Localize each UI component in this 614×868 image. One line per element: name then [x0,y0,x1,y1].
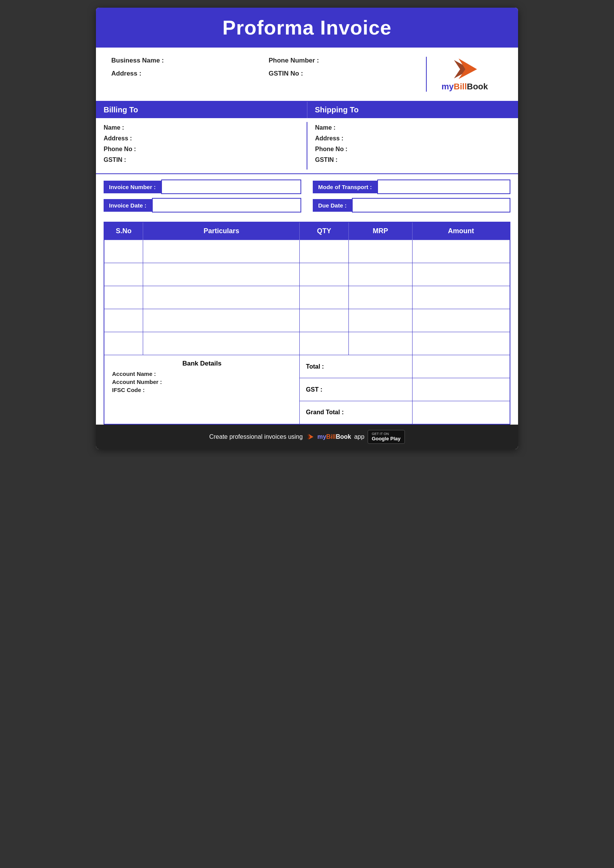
shipping-to-header: Shipping To [307,102,518,118]
invoice-number-label: Invoice Number : [104,181,161,193]
grand-total-value[interactable] [412,401,510,424]
row4-particulars[interactable] [143,309,300,332]
business-section: Business Name : Address : Phone Number :… [96,48,518,102]
row1-particulars[interactable] [143,240,300,263]
total-value[interactable] [412,355,510,378]
billing-address-label: Address : [104,135,299,142]
row3-sno[interactable] [104,286,143,309]
row1-qty[interactable] [300,240,348,263]
footer-row: Bank Details Account Name : Account Numb… [104,355,510,378]
footer-text: Create professional invoices using [209,433,303,440]
row3-mrp[interactable] [348,286,412,309]
row3-amount[interactable] [412,286,510,309]
brand-bill: Bill [454,82,467,91]
footer-brand: myBillBook [317,433,351,440]
page-title: Proforma Invoice [100,16,514,39]
footer-brand-my: my [317,433,326,440]
row4-sno[interactable] [104,309,143,332]
invoice-number-field: Invoice Number : [104,180,301,194]
meta-row-2: Invoice Date : Due Date : [104,198,510,212]
business-gstin-label: GSTIN No : [269,70,426,77]
row5-amount[interactable] [412,332,510,355]
play-store-name: Google Play [372,436,401,442]
business-phone-label: Phone Number : [269,57,426,64]
row1-amount[interactable] [412,240,510,263]
bank-ifsc-label: IFSC Code : [112,387,292,393]
table-row [104,309,510,332]
bank-account-name-label: Account Name : [112,371,292,377]
google-play-badge[interactable]: GET IT ON Google Play [368,430,405,444]
gst-value[interactable] [412,378,510,401]
row4-amount[interactable] [412,309,510,332]
row1-sno[interactable] [104,240,143,263]
due-date-input[interactable] [352,198,510,212]
grand-total-label: Grand Total : [306,409,343,415]
shipping-col: Name : Address : Phone No : GSTIN : [307,122,518,170]
billing-shipping-body: Name : Address : Phone No : GSTIN : Name… [96,118,518,174]
row1-mrp[interactable] [348,240,412,263]
row3-qty[interactable] [300,286,348,309]
table-wrapper: S.No Particulars QTY MRP Amount [96,222,518,425]
billing-shipping-header: Billing To Shipping To [96,102,518,118]
items-table: S.No Particulars QTY MRP Amount [104,222,510,425]
billing-col: Name : Address : Phone No : GSTIN : [96,122,307,170]
shipping-phone-label: Phone No : [315,146,510,153]
invoice-page: Proforma Invoice Business Name : Address… [96,8,518,449]
footer-brand-bill: Bill [326,433,336,440]
mode-of-transport-field: Mode of Transport : [313,180,510,194]
header-banner: Proforma Invoice [96,8,518,48]
table-row [104,240,510,263]
business-address-label: Address : [111,70,269,77]
gst-label: GST : [306,386,322,393]
row2-mrp[interactable] [348,263,412,286]
page-footer: Create professional invoices using myBil… [96,425,518,449]
billing-phone-label: Phone No : [104,146,299,153]
brand-my: my [441,82,454,91]
row3-particulars[interactable] [143,286,300,309]
due-date-field: Due Date : [313,198,510,212]
invoice-number-input[interactable] [161,180,301,194]
mode-of-transport-input[interactable] [377,180,510,194]
col-particulars: Particulars [143,222,300,240]
row5-qty[interactable] [300,332,348,355]
due-date-label: Due Date : [313,199,352,212]
row5-particulars[interactable] [143,332,300,355]
invoice-date-field: Invoice Date : [104,198,301,212]
business-left: Business Name : Address : [111,57,269,92]
col-amount: Amount [412,222,510,240]
invoice-date-label: Invoice Date : [104,199,152,212]
row2-particulars[interactable] [143,263,300,286]
shipping-name-label: Name : [315,124,510,131]
bank-details-title: Bank Details [112,360,292,367]
bank-account-number-label: Account Number : [112,379,292,385]
table-row [104,286,510,309]
table-header-row: S.No Particulars QTY MRP Amount [104,222,510,240]
row2-qty[interactable] [300,263,348,286]
meta-row-1: Invoice Number : Mode of Transport : [104,180,510,194]
business-name-label: Business Name : [111,57,269,64]
play-store-get-it: GET IT ON [372,432,389,436]
invoice-date-input[interactable] [152,198,301,212]
row5-sno[interactable] [104,332,143,355]
col-mrp: MRP [348,222,412,240]
billing-name-label: Name : [104,124,299,131]
shipping-gstin-label: GSTIN : [315,156,510,163]
brand-logo-section: myBillBook [426,57,503,92]
footer-app-text: app [354,433,365,440]
table-row [104,263,510,286]
row2-sno[interactable] [104,263,143,286]
brand-book: Book [467,82,488,91]
col-sno: S.No [104,222,143,240]
row2-amount[interactable] [412,263,510,286]
business-middle: Phone Number : GSTIN No : [269,57,426,92]
invoice-meta-section: Invoice Number : Mode of Transport : Inv… [96,174,518,222]
billing-to-header: Billing To [96,102,307,118]
table-row [104,332,510,355]
footer-brand-book: Book [336,433,351,440]
row4-mrp[interactable] [348,309,412,332]
mybillbook-logo-icon [449,57,480,82]
total-label: Total : [306,363,324,370]
row5-mrp[interactable] [348,332,412,355]
footer-logo-icon [306,433,314,440]
row4-qty[interactable] [300,309,348,332]
